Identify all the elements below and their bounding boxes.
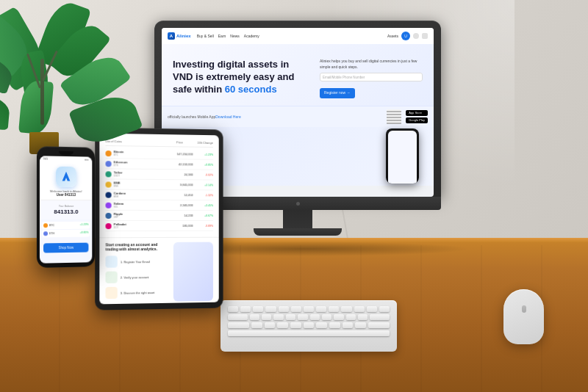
phone-notch bbox=[59, 151, 74, 155]
nav-buy-sell: Buy & Sell bbox=[197, 34, 214, 38]
key bbox=[346, 314, 356, 320]
tablet-coin-list: List of Coins Price 24h Change Bitcoin B… bbox=[99, 134, 218, 238]
key bbox=[228, 306, 238, 312]
list-item: Tether USDT 24,380 -0.02% bbox=[105, 169, 212, 180]
mouse-body bbox=[503, 289, 544, 344]
key bbox=[273, 314, 283, 320]
coin-icon-dot bbox=[105, 223, 111, 229]
step-icon-3 bbox=[105, 287, 117, 299]
keyboard-body bbox=[220, 300, 397, 352]
logo-icon: A bbox=[168, 32, 175, 40]
key bbox=[322, 314, 331, 320]
key bbox=[240, 306, 251, 312]
key bbox=[343, 322, 354, 328]
key bbox=[304, 322, 315, 328]
balance-label: Your Balance bbox=[43, 205, 88, 208]
key bbox=[265, 322, 276, 328]
website-nav: A Aliniex Buy & Sell Earn News Academy A… bbox=[162, 28, 434, 44]
step-icon-2 bbox=[105, 272, 117, 283]
nav-items: Buy & Sell Earn News Academy bbox=[197, 34, 259, 38]
nav-right: Assets U bbox=[387, 32, 428, 40]
step-label-1: 1. Register Your Email bbox=[121, 260, 150, 264]
key bbox=[286, 314, 295, 320]
key bbox=[250, 314, 259, 320]
key bbox=[341, 306, 351, 312]
phone-logo-svg bbox=[60, 170, 73, 184]
coin-info-sol: Solana SOL bbox=[114, 202, 178, 208]
list-item: Cardano ADA 12,450 -1.32% bbox=[105, 190, 212, 201]
hero-right: Aliniex helps you buy and sell digital c… bbox=[320, 59, 423, 98]
list-item: Solana SOL 2,345,000 +3.45% bbox=[105, 200, 212, 211]
key-space bbox=[228, 330, 390, 336]
phone-coin-eth: ETH bbox=[43, 231, 54, 236]
nav-assets: Assets bbox=[387, 34, 398, 38]
app-store-btn[interactable]: App Store bbox=[406, 110, 428, 116]
app-store-label: App Store bbox=[409, 111, 422, 115]
key bbox=[355, 322, 366, 328]
monitor-camera bbox=[296, 202, 300, 206]
account-content: Start creating an account and trading wi… bbox=[105, 242, 212, 303]
mouse bbox=[503, 289, 544, 348]
phone-coin-row: BTC +1.23% bbox=[42, 222, 90, 229]
key bbox=[298, 314, 307, 320]
hero-email-input[interactable]: Email/Mobile Phone Number bbox=[320, 73, 423, 81]
coin-info-usdt: Tether USDT bbox=[114, 170, 182, 178]
key-tab bbox=[228, 314, 248, 320]
key-backspace bbox=[370, 314, 390, 320]
google-play-label: Google Play bbox=[409, 118, 425, 122]
website-hero: Investing digital assets in VND is extre… bbox=[162, 44, 434, 106]
key bbox=[358, 314, 368, 320]
key bbox=[379, 306, 390, 312]
hero-line1: Investing digital assets in bbox=[173, 59, 289, 70]
tablet-bezel: List of Coins Price 24h Change Bitcoin B… bbox=[95, 127, 223, 310]
phone-app-icon bbox=[56, 167, 76, 187]
shop-button[interactable]: Shop Now bbox=[43, 243, 88, 253]
coin-info-ada: Cardano ADA bbox=[114, 192, 182, 198]
hero-line3-highlight: 60 seconds bbox=[225, 84, 277, 95]
phone-coin-btc: BTC bbox=[43, 223, 54, 228]
phone-signal: ●●● bbox=[85, 158, 88, 161]
phone-mockup-hero bbox=[386, 128, 419, 184]
key bbox=[304, 306, 314, 312]
key bbox=[279, 306, 289, 312]
hero-left: Investing digital assets in VND is extre… bbox=[173, 59, 309, 98]
coin-icon-xrp bbox=[105, 212, 111, 218]
key bbox=[251, 322, 262, 328]
phone-screen: 9:41 ●●● Welcome back to Aliniex! User 8… bbox=[40, 156, 92, 263]
keyboard-row-3 bbox=[228, 322, 390, 328]
list-item: Polkadot DOT 185,000 -0.89% bbox=[105, 221, 212, 231]
balance-value: 841313.0 bbox=[43, 208, 88, 215]
tablet-account-section: Start creating an account and trading wi… bbox=[99, 237, 218, 305]
key bbox=[329, 306, 339, 312]
account-steps: Start creating an account and trading wi… bbox=[105, 242, 167, 302]
coin-list-header: List of Coins Price 24h Change bbox=[105, 139, 212, 148]
list-item: Ripple XRP 14,230 +0.67% bbox=[105, 211, 212, 221]
step-label-2: 2. Verify your account bbox=[121, 275, 149, 279]
brand-name: Aliniex bbox=[176, 34, 191, 38]
btc-dot bbox=[43, 223, 48, 228]
coin-icon-ada bbox=[105, 192, 111, 197]
coin-icon-sol bbox=[105, 202, 111, 208]
coin-info-eth: Ethereum ETH bbox=[114, 160, 176, 167]
nav-logo: A Aliniex bbox=[168, 32, 191, 40]
coin-list: Bitcoin BTC 547,234,000 +1.23% Ethereum … bbox=[105, 148, 212, 231]
key bbox=[265, 306, 276, 312]
key bbox=[290, 322, 301, 328]
download-link[interactable]: Download Here bbox=[215, 115, 240, 119]
phone-coin-row-eth: ETH +0.85% bbox=[42, 230, 90, 238]
input-placeholder: Email/Mobile Phone Number bbox=[323, 76, 365, 79]
register-button[interactable]: Register now → bbox=[320, 88, 355, 98]
list-item: BNB BNB 9,845,000 +2.14% bbox=[105, 179, 212, 190]
key bbox=[316, 322, 327, 328]
phone-app-header: Welcome back to Aliniex! User 841313 bbox=[40, 161, 92, 200]
account-title: Start creating an account and trading wi… bbox=[105, 242, 167, 252]
step-3: 3. Discover the right asset bbox=[105, 286, 167, 299]
key bbox=[316, 306, 326, 312]
hero-line3-plain: safe within bbox=[173, 84, 225, 95]
key bbox=[262, 314, 271, 320]
google-play-btn[interactable]: Google Play bbox=[406, 117, 428, 123]
qr-code bbox=[387, 109, 401, 124]
coin-info-dot: Polkadot DOT bbox=[114, 222, 181, 229]
phone-username: User 841313 bbox=[43, 193, 88, 197]
user-avatar: U bbox=[401, 32, 410, 40]
